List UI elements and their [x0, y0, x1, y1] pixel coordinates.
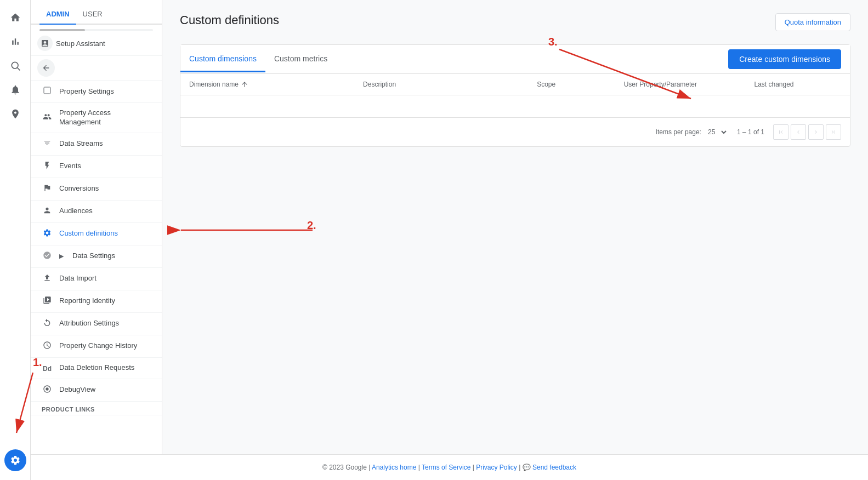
user-tab[interactable]: USER [76, 4, 109, 24]
footer-feedback[interactable]: Send feedback [532, 464, 576, 471]
notifications-icon-btn[interactable] [4, 79, 26, 101]
audiences-icon [42, 206, 53, 217]
sidebar-item-custom-definitions[interactable]: Custom definitions [31, 223, 162, 245]
quota-button[interactable]: Quota information [775, 13, 850, 31]
footer-terms[interactable]: Terms of Service [422, 464, 470, 471]
admin-tab[interactable]: ADMIN [39, 4, 76, 25]
items-per-page-select[interactable]: 25 50 100 [706, 128, 728, 136]
sidebar-item-audiences[interactable]: Audiences [31, 201, 162, 223]
col-dimension-name: Dimension name [189, 81, 363, 88]
footer-copyright: © 2023 Google [322, 464, 367, 471]
attribution-label: Attribution Settings [59, 319, 153, 328]
footer: © 2023 Google | Analytics home | Terms o… [162, 454, 868, 480]
property-settings-icon [42, 86, 53, 97]
data-settings-expand-icon: ▶ [59, 253, 64, 260]
setup-assistant-label: Setup Assistant [56, 39, 105, 48]
property-access-icon [42, 112, 53, 123]
audiences-label: Audiences [59, 207, 153, 216]
sidebar-item-property-change-history[interactable]: Property Change History [31, 335, 162, 358]
create-custom-dimensions-button[interactable]: Create custom dimensions [728, 49, 841, 69]
col-scope: Scope [537, 81, 624, 88]
data-import-icon [42, 273, 53, 284]
page-title: Custom definitions [180, 13, 279, 27]
reporting-identity-icon [42, 296, 53, 307]
conversions-icon [42, 184, 53, 195]
table-header: Dimension name Description Scope User Pr… [180, 74, 850, 95]
data-streams-icon [42, 139, 53, 150]
page-header: Custom definitions Quota information [180, 13, 850, 31]
sidebar-item-debugview[interactable]: DebugView [31, 379, 162, 402]
next-page-btn[interactable] [808, 124, 824, 140]
main-content: Custom definitions Quota information Cus… [162, 0, 868, 480]
svg-point-3 [46, 387, 48, 390]
attribution-icon [42, 318, 53, 329]
data-deletion-icon: Dd [42, 363, 53, 373]
tab-custom-metrics[interactable]: Custom metrics [265, 47, 336, 72]
search-icon-btn[interactable] [4, 55, 26, 77]
home-icon-btn[interactable] [4, 7, 26, 28]
data-streams-label: Data Streams [59, 139, 153, 148]
debugview-label: DebugView [59, 385, 153, 395]
svg-point-0 [12, 62, 18, 68]
sidebar-item-data-streams[interactable]: Data Streams [31, 133, 162, 156]
col-description: Description [363, 81, 537, 88]
events-label: Events [59, 162, 153, 171]
property-change-history-icon [42, 341, 53, 352]
sidebar-item-data-import[interactable]: Data Import [31, 268, 162, 290]
svg-rect-2 [44, 87, 50, 94]
sidebar-item-attribution[interactable]: Attribution Settings [31, 313, 162, 335]
data-settings-icon [42, 251, 53, 262]
footer-privacy[interactable]: Privacy Policy [476, 464, 517, 471]
page-range: 1 – 1 of 1 [737, 128, 764, 136]
icon-sidebar [0, 0, 31, 480]
items-per-page-label: Items per page: [656, 128, 701, 136]
property-settings-label: Property Settings [59, 87, 153, 96]
prev-page-btn[interactable] [791, 124, 806, 140]
data-deletion-label: Data Deletion Requests [59, 363, 153, 373]
custom-definitions-icon [42, 228, 53, 239]
sidebar-item-data-deletion[interactable]: Dd Data Deletion Requests [31, 358, 162, 379]
items-per-page-control: Items per page: 25 50 100 [656, 128, 728, 136]
data-settings-label: Data Settings [72, 252, 153, 261]
property-change-history-label: Property Change History [59, 341, 153, 351]
debugview-icon [42, 385, 53, 396]
col-user-property: User Property/Parameter [624, 81, 754, 88]
product-links-header: PRODUCT LINKS [31, 402, 162, 415]
chart-icon-btn[interactable] [4, 31, 26, 53]
back-button[interactable] [37, 59, 55, 77]
sidebar-item-property-access[interactable]: Property Access Management [31, 103, 162, 133]
sidebar-item-conversions[interactable]: Conversions [31, 178, 162, 201]
setup-icon [37, 36, 53, 51]
sidebar-item-data-settings[interactable]: ▶ Data Settings [31, 245, 162, 268]
sidebar-item-events[interactable]: Events [31, 156, 162, 178]
col-last-changed: Last changed [754, 81, 841, 88]
custom-definitions-label: Custom definitions [59, 229, 153, 238]
location-icon-btn[interactable] [4, 103, 26, 125]
table-container: Custom dimensions Custom metrics Create … [180, 44, 850, 147]
svg-line-1 [17, 68, 20, 71]
reporting-identity-label: Reporting Identity [59, 296, 153, 306]
tab-bar: Custom dimensions Custom metrics Create … [180, 45, 850, 74]
events-icon [42, 161, 53, 172]
nav-sidebar: ADMIN USER Setup Assistant Property Sett… [31, 0, 162, 480]
table-footer: Items per page: 25 50 100 1 – 1 of 1 [180, 117, 850, 146]
settings-circle-btn[interactable] [4, 449, 26, 471]
sidebar-item-property-settings[interactable]: Property Settings [31, 81, 162, 103]
conversions-label: Conversions [59, 184, 153, 193]
property-access-label: Property Access Management [59, 108, 153, 127]
last-page-btn[interactable] [826, 124, 841, 140]
nav-header: Setup Assistant [31, 31, 162, 56]
sidebar-item-reporting-identity[interactable]: Reporting Identity [31, 290, 162, 313]
sidebar-bottom [4, 449, 26, 471]
tab-custom-dimensions[interactable]: Custom dimensions [180, 47, 265, 72]
first-page-btn[interactable] [773, 124, 788, 140]
data-import-label: Data Import [59, 274, 153, 283]
footer-analytics-home[interactable]: Analytics home [372, 464, 416, 471]
table-body [180, 95, 850, 117]
pagination-nav [773, 124, 841, 140]
